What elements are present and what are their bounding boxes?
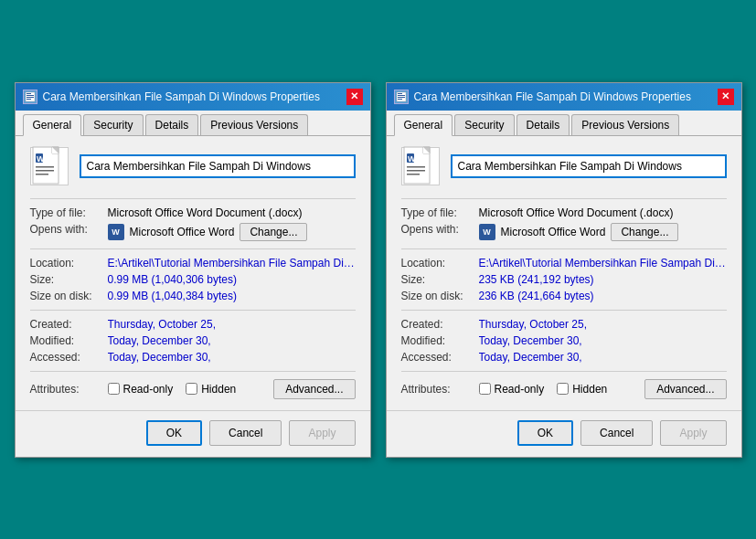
hidden-checkbox-item-right: Hidden — [557, 383, 607, 396]
size-disk-value-left: 0.99 MB (1,040,384 bytes) — [108, 290, 356, 302]
accessed-label-right: Accessed: — [401, 351, 479, 364]
svg-rect-10 — [36, 166, 54, 168]
tab-general-left[interactable]: General — [23, 114, 82, 136]
hidden-checkbox-item-left: Hidden — [186, 383, 236, 396]
size-value-right: 235 KB (241,192 bytes) — [479, 273, 727, 286]
tab-previous-versions-left[interactable]: Previous Versions — [200, 114, 308, 135]
file-icon-left: W — [30, 147, 69, 185]
file-name-input-right[interactable] — [451, 154, 727, 178]
dialog-right: Cara Membersihkan File Sampah Di Windows… — [386, 82, 742, 458]
file-name-input-left[interactable] — [80, 154, 356, 178]
title-bar-left: Cara Membersihkan File Sampah Di Windows… — [16, 83, 370, 111]
size-disk-value-right: 236 KB (241,664 bytes) — [479, 290, 727, 302]
attributes-section-left: Attributes: Read-only Hidden Advanced... — [30, 371, 356, 399]
type-row-right: Type of file: Microsoft Office Word Docu… — [401, 206, 727, 219]
close-button-right[interactable]: ✕ — [718, 89, 734, 105]
svg-rect-24 — [407, 170, 425, 172]
change-button-left[interactable]: Change... — [240, 223, 307, 241]
advanced-button-right[interactable]: Advanced... — [644, 379, 726, 399]
hidden-label-left: Hidden — [201, 383, 236, 396]
attributes-label-right: Attributes: — [401, 383, 470, 396]
change-button-right[interactable]: Change... — [611, 223, 678, 241]
hidden-checkbox-right[interactable] — [557, 383, 569, 395]
opens-with-right: W Microsoft Office Word Change... — [479, 223, 679, 241]
ok-button-right[interactable]: OK — [517, 420, 573, 446]
opens-row-left: Opens with: W Microsoft Office Word Chan… — [30, 223, 356, 241]
advanced-button-left[interactable]: Advanced... — [273, 379, 355, 399]
dates-section-left: Created: Thursday, October 25, Modified:… — [30, 310, 356, 364]
location-section-right: Location: E:\Artikel\Tutorial Membersihk… — [401, 248, 727, 302]
location-row-right: Location: E:\Artikel\Tutorial Membersihk… — [401, 257, 727, 270]
svg-rect-2 — [27, 95, 34, 96]
modified-label-right: Modified: — [401, 334, 479, 347]
created-label-left: Created: — [30, 318, 108, 331]
file-header-right: W — [401, 147, 727, 185]
svg-text:W: W — [408, 154, 416, 164]
size-label-left: Size: — [30, 273, 108, 286]
accessed-label-left: Accessed: — [30, 351, 108, 364]
title-icon-left — [23, 90, 37, 104]
size-value-left: 0.99 MB (1,040,306 bytes) — [108, 273, 356, 286]
accessed-value-left: Today, December 30, — [108, 351, 356, 364]
opens-label-left: Opens with: — [30, 223, 108, 236]
svg-rect-11 — [36, 170, 54, 172]
type-value-right: Microsoft Office Word Document (.docx) — [479, 206, 727, 219]
checkbox-group-right: Read-only Hidden — [479, 383, 636, 396]
cancel-button-left[interactable]: Cancel — [209, 420, 282, 446]
svg-rect-15 — [398, 95, 405, 96]
tab-security-right[interactable]: Security — [454, 114, 514, 135]
ok-button-left[interactable]: OK — [146, 420, 202, 446]
size-disk-row-left: Size on disk: 0.99 MB (1,040,384 bytes) — [30, 290, 356, 302]
location-value-right: E:\Artikel\Tutorial Membersihkan File Sa… — [479, 257, 727, 270]
footer-left: OK Cancel Apply — [16, 410, 370, 457]
created-value-left: Thursday, October 25, — [108, 318, 356, 331]
opens-value-left: Microsoft Office Word — [130, 226, 235, 238]
svg-rect-16 — [398, 97, 405, 98]
apply-button-right[interactable]: Apply — [660, 420, 726, 446]
size-label-right: Size: — [401, 273, 479, 286]
svg-rect-3 — [27, 97, 34, 98]
opens-label-right: Opens with: — [401, 223, 479, 236]
readonly-checkbox-left[interactable] — [108, 383, 120, 395]
content-left: W Type of file: Microsoft Office Word Do… — [16, 136, 370, 410]
info-section-right: Type of file: Microsoft Office Word Docu… — [401, 198, 727, 241]
size-disk-label-right: Size on disk: — [401, 290, 479, 302]
close-button-left[interactable]: ✕ — [346, 89, 363, 105]
svg-rect-25 — [407, 174, 420, 175]
svg-rect-4 — [27, 99, 31, 100]
cancel-button-right[interactable]: Cancel — [580, 420, 653, 446]
word-icon-right: W — [479, 224, 495, 240]
readonly-checkbox-item-left: Read-only — [108, 383, 174, 396]
tab-general-right[interactable]: General — [394, 114, 453, 136]
readonly-label-left: Read-only — [123, 383, 174, 396]
title-bar-right: Cara Membersihkan File Sampah Di Windows… — [387, 83, 741, 111]
svg-text:W: W — [37, 154, 45, 164]
tab-previous-versions-right[interactable]: Previous Versions — [571, 114, 679, 135]
opens-with-left: W Microsoft Office Word Change... — [108, 223, 308, 241]
hidden-checkbox-left[interactable] — [186, 383, 197, 395]
svg-rect-23 — [407, 166, 425, 168]
title-icon-right — [394, 90, 409, 104]
readonly-checkbox-right[interactable] — [479, 383, 491, 395]
checkbox-group-left: Read-only Hidden — [108, 383, 265, 396]
type-label-right: Type of file: — [401, 206, 479, 219]
type-label-left: Type of file: — [30, 206, 108, 219]
tab-details-right[interactable]: Details — [516, 114, 570, 135]
accessed-row-right: Accessed: Today, December 30, — [401, 351, 727, 364]
tab-details-left[interactable]: Details — [145, 114, 199, 135]
opens-value-right: Microsoft Office Word — [501, 226, 606, 238]
svg-rect-17 — [398, 99, 402, 100]
attributes-section-right: Attributes: Read-only Hidden Advanced... — [401, 371, 727, 399]
type-row-left: Type of file: Microsoft Office Word Docu… — [30, 206, 356, 219]
modified-value-right: Today, December 30, — [479, 334, 727, 347]
size-disk-label-left: Size on disk: — [30, 290, 108, 302]
file-header-left: W — [30, 147, 356, 185]
tab-security-left[interactable]: Security — [83, 114, 143, 135]
info-section-left: Type of file: Microsoft Office Word Docu… — [30, 198, 356, 241]
accessed-value-right: Today, December 30, — [479, 351, 727, 364]
readonly-label-right: Read-only — [495, 383, 545, 396]
modified-value-left: Today, December 30, — [108, 334, 356, 347]
file-icon-right: W — [401, 147, 440, 185]
apply-button-left[interactable]: Apply — [289, 420, 355, 446]
word-icon-left: W — [108, 224, 124, 240]
